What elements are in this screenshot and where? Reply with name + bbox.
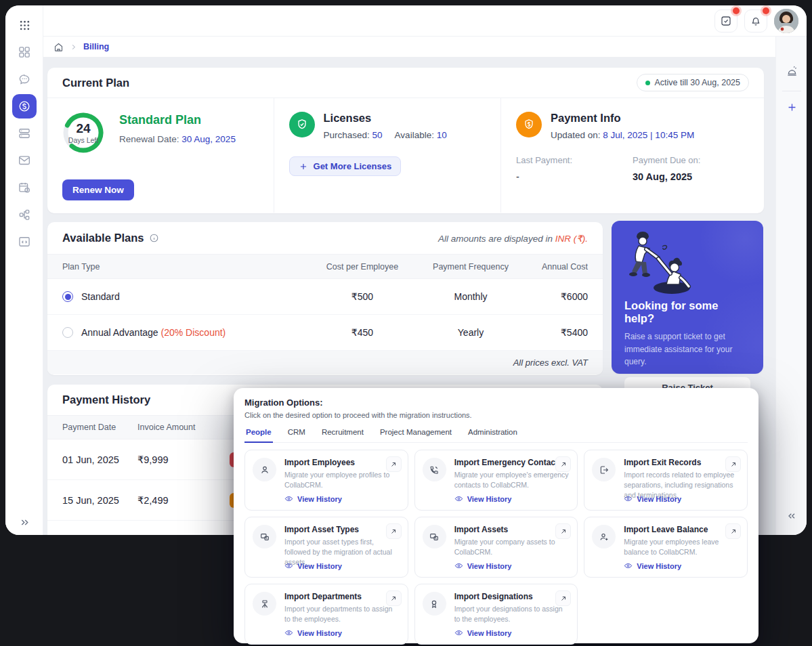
card-import-exit-records[interactable]: Import Exit Records Import records relat… [584,450,748,511]
card-import-leave-balance[interactable]: Import Leave Balance Migrate your employ… [584,517,748,578]
radio-annual-advantage[interactable] [62,327,73,338]
payment-history-title: Payment History [62,393,150,406]
licenses-counts: Purchased: 50Available: 10 [324,130,447,140]
info-icon[interactable] [149,233,159,243]
divider [782,91,801,91]
sidebar-item-developer[interactable] [12,230,37,254]
payment-due-label: Payment Due on: [633,155,749,165]
eye-icon [284,561,293,570]
payment-due-value: 30 Aug, 2025 [633,171,749,182]
migration-options-modal: Migration Options: Click on the desired … [234,388,758,643]
open-arrow-icon[interactable] [555,523,571,539]
days-left-label: Days Left [68,136,98,144]
eye-icon [624,494,633,503]
tab-recruitment[interactable]: Recruitment [320,428,365,442]
current-plan-title: Current Plan [62,77,129,89]
plan-name: Standard Plan [119,113,259,127]
active-status-badge: Active till 30 Aug, 2025 [637,74,749,91]
vat-note: All prices excl. VAT [47,351,603,374]
log-out-icon [592,458,616,481]
notifications-button[interactable] [744,9,767,33]
card-import-departments[interactable]: Import Departments Import your departmen… [244,584,408,645]
view-history-link[interactable]: View History [624,494,681,503]
licenses-title: Licenses [324,112,447,125]
renewal-date: Renewal Date: 30 Aug, 2025 [119,134,259,144]
plan-row-annual-advantage[interactable]: Annual Advantage (20% Discount) ₹450 Yea… [47,315,603,351]
help-illustration [623,230,699,297]
available-plans-card: Available Plans All amounts are displaye… [47,222,603,375]
breadcrumb-billing[interactable]: Billing [83,42,109,51]
currency-note: All amounts are displayed in INR (₹). [438,233,588,244]
days-left-value: 24 [76,122,90,135]
phone-call-icon [423,458,446,481]
days-left-progress-ring: 24 Days Left [62,112,104,154]
last-payment-value: - [516,171,633,182]
help-card: Looking for some help? Raise a support t… [612,221,763,374]
eye-icon [624,561,633,570]
sidebar-item-billing[interactable] [12,94,37,119]
modal-title: Migration Options: [244,397,748,408]
topbar [43,5,807,37]
view-history-link[interactable]: View History [454,494,512,503]
available-plans-title: Available Plans [62,232,144,244]
open-arrow-icon[interactable] [386,456,402,472]
user-plus-icon [592,525,616,548]
card-import-employees[interactable]: Import Employees Migrate your employee p… [244,450,408,511]
open-arrow-icon[interactable] [555,590,571,606]
open-arrow-icon[interactable] [386,523,402,539]
status-dot [645,81,650,85]
open-arrow-icon[interactable] [725,523,741,539]
sidebar-item-org[interactable] [12,202,37,227]
home-icon[interactable] [54,42,64,52]
renew-now-button[interactable]: Renew Now [62,179,134,200]
tab-people[interactable]: People [244,428,273,443]
help-description: Raise a support ticket to get immediate … [624,330,750,368]
view-history-link[interactable]: View History [284,561,342,570]
open-arrow-icon[interactable] [386,590,402,606]
get-more-licenses-button[interactable]: Get More Licenses [289,156,402,176]
app-launcher-icon[interactable] [12,13,37,37]
eye-icon [284,494,293,503]
tab-administration[interactable]: Administration [467,428,519,442]
panel-collapse-icon[interactable] [776,504,807,528]
card-import-assets[interactable]: Import Assets Migrate your company asset… [414,517,578,578]
sidebar-item-chat[interactable] [12,67,37,91]
view-history-link[interactable]: View History [454,561,512,570]
user-avatar[interactable] [774,9,798,33]
eye-icon [454,628,463,637]
chevron-right-icon [70,43,77,51]
service-bell-icon[interactable] [776,59,807,83]
migration-cards-grid: Import Employees Migrate your employee p… [244,450,748,645]
modal-tabs: People CRM Recruitment Project Managemen… [244,428,748,443]
help-title: Looking for some help? [624,299,750,325]
tab-project-management[interactable]: Project Management [379,428,453,442]
add-widget-button[interactable] [776,95,807,119]
sidebar-item-data[interactable] [12,121,37,146]
view-history-link[interactable]: View History [284,494,342,503]
view-history-link[interactable]: View History [454,628,512,637]
right-sidebar [775,37,807,535]
view-history-link[interactable]: View History [284,628,342,637]
eye-icon [454,494,463,503]
card-import-designations[interactable]: Import Designations Import your designat… [414,584,578,645]
plan-row-standard[interactable]: Standard ₹500 Monthly ₹6000 [47,279,603,315]
sidebar-expand-icon[interactable] [5,517,43,528]
tasks-notification-dot [733,7,740,14]
radio-standard[interactable] [62,291,73,302]
sidebar-item-mail[interactable] [12,148,37,173]
open-arrow-icon[interactable] [725,456,741,472]
card-import-emergency-contacts[interactable]: Import Emergency Contacts Migrate your e… [414,450,578,511]
current-plan-card: Current Plan Active till 30 Aug, 2025 24… [47,68,764,213]
view-history-link[interactable]: View History [624,561,681,570]
modal-subtitle: Click on the desired option to proceed w… [244,411,748,419]
breadcrumb: Billing [43,37,775,57]
sidebar-item-dashboard[interactable] [12,40,37,64]
tab-crm[interactable]: CRM [286,428,307,442]
tasks-button[interactable] [714,9,738,33]
plans-table-header: Plan Type Cost per Employee Payment Freq… [47,254,603,279]
open-arrow-icon[interactable] [555,456,571,472]
sidebar-item-calendar[interactable] [12,175,37,200]
asset-boxes-icon [253,525,276,548]
asset-boxes-icon [423,525,446,548]
card-import-asset-types[interactable]: Import Asset Types Import your asset typ… [244,517,408,578]
